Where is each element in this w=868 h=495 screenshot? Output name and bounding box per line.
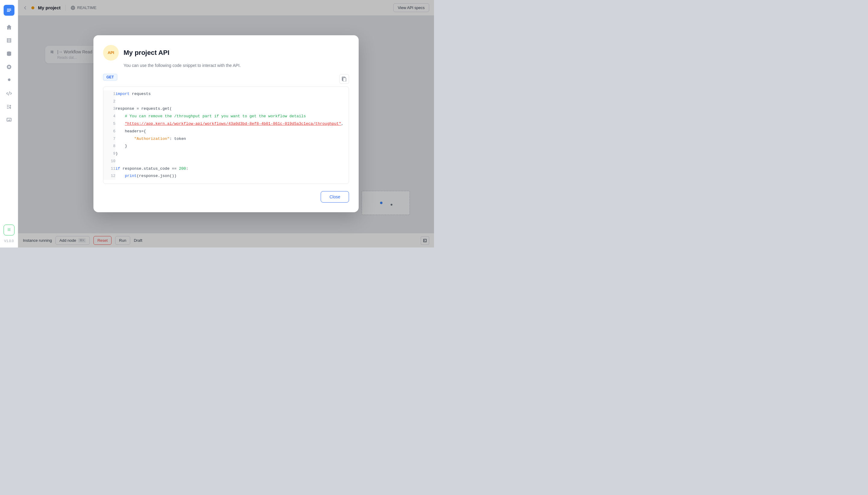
- code-line: 12 print(response.json()): [103, 172, 349, 180]
- copy-code-button[interactable]: [340, 74, 349, 84]
- line-number: 11: [103, 165, 116, 173]
- code-line: 9 ): [103, 150, 349, 158]
- line-content: "Authorization": token: [116, 135, 349, 143]
- line-number: 7: [103, 135, 116, 143]
- line-content: print(response.json()): [116, 172, 349, 180]
- main-area: My project REALTIME View API specs |→ Wo…: [18, 0, 434, 248]
- code-line: 5 "https://app.kern.ai/workflow-api/work…: [103, 120, 349, 128]
- line-number: 6: [103, 128, 116, 135]
- modal-subtitle: You can use the following code snippet t…: [124, 63, 349, 68]
- code-line: 3 response = requests.get(: [103, 105, 349, 113]
- logo-icon: [6, 7, 12, 13]
- sidebar-item-database[interactable]: [4, 48, 15, 59]
- code-icon: [6, 90, 12, 97]
- line-number: 5: [103, 120, 116, 128]
- modal-footer: Close: [103, 191, 349, 203]
- line-content: ): [116, 150, 349, 158]
- sidebar: V1.0.0: [0, 0, 18, 248]
- code-line: 6 headers={: [103, 128, 349, 135]
- code-block: 1 import requests 2 3 response = request…: [103, 86, 349, 184]
- code-line: 10: [103, 158, 349, 165]
- database-icon: [6, 51, 12, 57]
- http-method-badge: GET: [103, 74, 117, 81]
- modal-header: API My project API: [103, 45, 349, 61]
- code-line: 2: [103, 98, 349, 105]
- line-content: [116, 98, 349, 105]
- line-content: }: [116, 142, 349, 150]
- sidebar-item-monitor[interactable]: [4, 115, 15, 125]
- line-number: 8: [103, 142, 116, 150]
- sidebar-item-integrations[interactable]: [4, 75, 15, 86]
- line-number: 2: [103, 98, 116, 105]
- home-icon: [6, 24, 12, 30]
- modal-overlay[interactable]: API My project API You can use the follo…: [18, 0, 434, 248]
- sidebar-item-workflow[interactable]: [4, 101, 15, 112]
- line-number: 3: [103, 105, 116, 113]
- code-line: 11 if response.status_code == 200:: [103, 165, 349, 173]
- line-number: 1: [103, 90, 116, 98]
- copy-icon: [342, 76, 347, 81]
- line-content: response = requests.get(: [116, 105, 349, 113]
- line-content: if response.status_code == 200:: [116, 165, 349, 173]
- code-line: 1 import requests: [103, 90, 349, 98]
- app-version: V1.0.0: [4, 239, 14, 243]
- puzzle-icon: [6, 77, 12, 83]
- line-number: 12: [103, 172, 116, 180]
- line-number: 9: [103, 150, 116, 158]
- line-number: 4: [103, 113, 116, 120]
- api-modal: API My project API You can use the follo…: [93, 35, 359, 212]
- svg-rect-4: [343, 78, 346, 81]
- code-line: 4 # You can remove the /throughput part …: [103, 113, 349, 120]
- code-line: 8 }: [103, 142, 349, 150]
- modal-api-badge: API: [103, 45, 119, 61]
- workflow-icon: [6, 104, 12, 110]
- close-button[interactable]: Close: [321, 191, 349, 203]
- sidebar-item-code[interactable]: [4, 88, 15, 99]
- sidebar-item-settings[interactable]: [4, 62, 15, 72]
- sidebar-item-table[interactable]: [4, 35, 15, 46]
- grid-icon: [7, 227, 12, 233]
- modal-title: My project API: [124, 49, 169, 57]
- line-content: headers={: [116, 128, 349, 135]
- monitor-icon: [6, 117, 12, 123]
- line-content: [116, 158, 349, 165]
- line-content: # You can remove the /throughput part if…: [116, 113, 349, 120]
- sidebar-bottom-workflow[interactable]: [4, 225, 15, 236]
- sidebar-item-home[interactable]: [4, 22, 15, 33]
- line-content: import requests: [116, 90, 349, 98]
- app-logo[interactable]: [4, 5, 15, 16]
- line-number: 10: [103, 158, 116, 165]
- table-icon: [6, 37, 12, 44]
- line-content: "https://app.kern.ai/workflow-api/workfl…: [116, 120, 349, 128]
- code-line: 7 "Authorization": token: [103, 135, 349, 143]
- settings-icon: [6, 64, 12, 70]
